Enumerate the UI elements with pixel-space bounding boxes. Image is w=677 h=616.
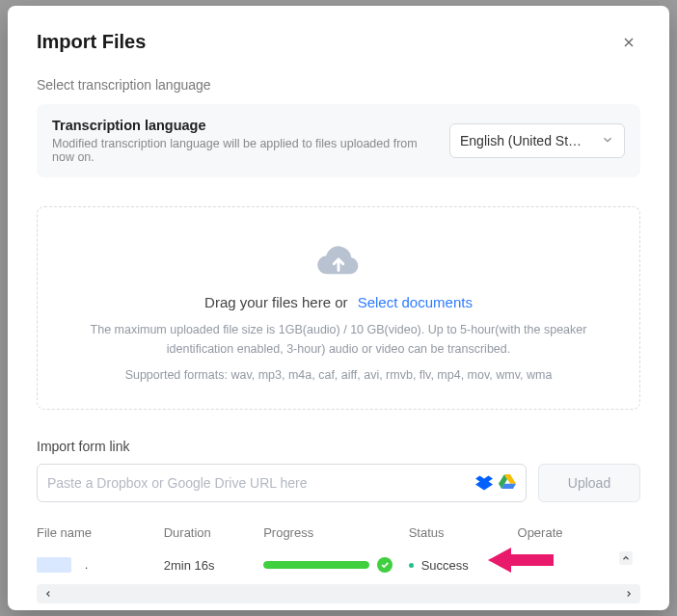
vertical-scrollbar[interactable] (617, 551, 635, 578)
dropbox-icon[interactable] (475, 474, 493, 492)
col-operate: Operate (518, 525, 617, 540)
col-progress: Progress (263, 525, 409, 540)
transcription-language-card: Transcription language Modified transcri… (37, 104, 640, 177)
transcription-language-desc: Modified transcription language will be … (52, 137, 434, 164)
close-icon (621, 35, 636, 50)
scroll-right-icon[interactable] (621, 586, 636, 602)
upload-button[interactable]: Upload (538, 464, 640, 502)
dropzone-supported-formats: Supported formats: wav, mp3, m4a, caf, a… (67, 368, 610, 382)
close-button[interactable] (617, 31, 640, 54)
transcription-language-title: Transcription language (52, 118, 434, 133)
scroll-up-icon[interactable] (619, 551, 633, 565)
transcription-language-value: English (United St… (460, 133, 582, 148)
google-drive-icon[interactable] (499, 474, 516, 492)
filename-trail: . (85, 557, 89, 572)
cell-duration: 2min 16s (164, 558, 263, 573)
progress-bar (263, 561, 369, 569)
chevron-down-icon (601, 133, 614, 149)
section-subhead: Select transcription language (37, 77, 640, 93)
link-input-wrapper (37, 464, 527, 502)
horizontal-scrollbar[interactable] (37, 584, 640, 603)
table-row: . 2min 16s Success (37, 551, 640, 578)
progress-fill (263, 561, 369, 569)
modal-title: Import Files (37, 31, 146, 53)
modal-header: Import Files (37, 31, 640, 54)
col-status: Status (409, 525, 518, 540)
transcription-language-select[interactable]: English (United St… (449, 123, 625, 158)
import-files-modal: Import Files Select transcription langua… (8, 6, 669, 610)
status-dot-icon (409, 563, 414, 568)
upload-button-label: Upload (568, 475, 610, 491)
cell-filename: . (37, 557, 164, 574)
status-text: Success (421, 558, 469, 573)
link-url-input[interactable] (47, 475, 470, 491)
table-header-row: File name Duration Progress Status Opera… (37, 525, 640, 551)
uploads-table: File name Duration Progress Status Opera… (37, 525, 640, 603)
import-from-link-section: Import form link Upload (37, 439, 640, 502)
file-thumbnail (37, 557, 71, 573)
dropzone-prompt: Drag your files here or Select documents (67, 294, 610, 310)
dropzone-description: The maximum uploaded file size is 1GB(au… (67, 320, 610, 359)
dropzone-prompt-text: Drag your files here or (204, 294, 347, 310)
cell-progress (263, 557, 409, 573)
import-from-link-label: Import form link (37, 439, 640, 454)
progress-check-icon (377, 557, 393, 573)
scroll-left-icon[interactable] (41, 586, 56, 602)
cloud-upload-icon (316, 240, 361, 279)
col-duration: Duration (164, 525, 263, 540)
cell-status: Success (409, 558, 518, 573)
col-filename: File name (37, 525, 164, 540)
file-dropzone[interactable]: Drag your files here or Select documents… (37, 206, 640, 410)
select-documents-link[interactable]: Select documents (358, 294, 473, 310)
